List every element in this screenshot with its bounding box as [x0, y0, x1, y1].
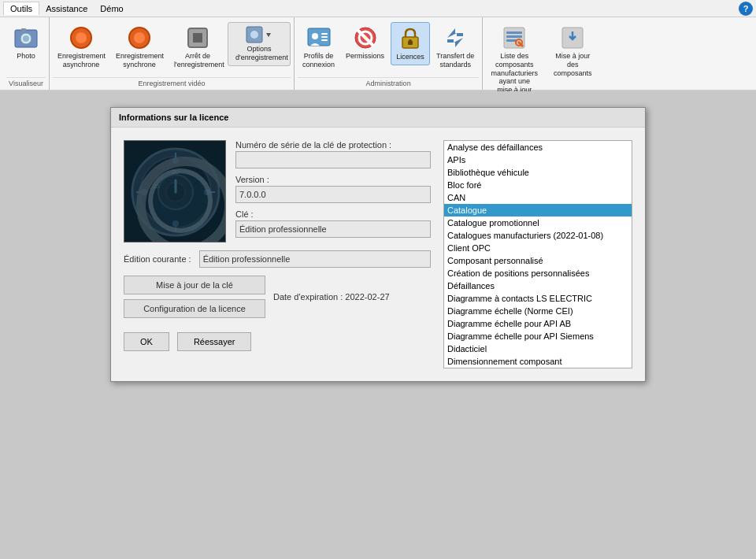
- version-row: Version :: [235, 175, 431, 203]
- config-licence-button[interactable]: Configuration de la licence: [124, 299, 265, 318]
- list-item[interactable]: Bloc foré: [444, 179, 632, 191]
- ribbon-section-visualiseur: Photo Visualiseur: [3, 17, 50, 90]
- svg-point-45: [166, 183, 185, 202]
- svg-point-2: [23, 35, 29, 42]
- svg-point-7: [134, 32, 145, 43]
- list-item[interactable]: Diagramme échelle pour API AB: [444, 317, 632, 330]
- edition-input[interactable]: [199, 250, 431, 268]
- ok-button[interactable]: OK: [124, 332, 169, 351]
- liste-comp-icon: [502, 25, 527, 50]
- list-item[interactable]: Catalogue: [444, 204, 632, 217]
- serial-input[interactable]: [235, 151, 431, 168]
- ribbon-section-maj: Liste des composants manufacturiers ayan…: [483, 17, 753, 90]
- svg-point-37: [172, 220, 179, 227]
- menu-bar: Outils Assistance Démo ?: [0, 0, 756, 17]
- svg-point-44: [158, 175, 193, 209]
- list-panel: Analyse des défaillancesAPIsBibliothèque…: [443, 140, 632, 368]
- licences-icon: [398, 26, 423, 51]
- key-row: Clé :: [235, 209, 431, 238]
- help-icon[interactable]: ?: [739, 2, 753, 16]
- serial-label: Numéro de série de la clé de protection …: [235, 140, 431, 150]
- list-item[interactable]: Diagramme à contacts LS ELECTRIC: [444, 292, 632, 305]
- ribbon-btn-photo[interactable]: Photo: [6, 22, 46, 64]
- enreg-async-icon: [69, 25, 94, 50]
- list-item[interactable]: Diagramme échelle (Norme CEI): [444, 305, 632, 317]
- ribbon-btn-profils[interactable]: Profils deconnexion: [298, 22, 339, 72]
- ribbon-btn-transfert[interactable]: Transfert destandards: [432, 22, 479, 72]
- ribbon-section-enregistrement: Enregistrementasynchrone Enregistrements…: [50, 17, 295, 90]
- list-item[interactable]: Analyse des défaillances: [444, 141, 632, 154]
- svg-text:20: 20: [153, 183, 159, 189]
- svg-rect-3: [21, 28, 26, 31]
- arret-label: Arrêt del'enregistrement: [174, 52, 221, 69]
- expiry-label: Date d'expiration : 2022-02-27: [273, 292, 390, 302]
- ribbon-btn-enreg-sync[interactable]: Enregistrementsynchrone: [111, 22, 168, 72]
- svg-point-11: [250, 31, 258, 39]
- svg-point-38: [141, 189, 147, 195]
- profils-label: Profils deconnexion: [302, 52, 335, 69]
- ribbon-btn-licences[interactable]: Licences: [391, 22, 430, 65]
- profils-icon: [306, 25, 332, 50]
- dialog-title: Informations sur la licence: [111, 108, 645, 128]
- serial-row: Numéro de série de la clé de protection …: [235, 140, 431, 168]
- svg-rect-28: [506, 35, 522, 38]
- enreg-sync-icon: [127, 25, 152, 50]
- transfert-icon: [443, 25, 468, 50]
- list-item[interactable]: Composant personnalisé: [444, 254, 632, 267]
- list-item[interactable]: Bibliothèque véhicule: [444, 166, 632, 179]
- ribbon-btn-enreg-async[interactable]: Enregistrementasynchrone: [53, 22, 109, 72]
- list-item[interactable]: Création de positions personnalisées: [444, 267, 632, 280]
- menu-assistance[interactable]: Assistance: [39, 2, 94, 15]
- list-item[interactable]: Défaillances: [444, 280, 632, 292]
- svg-rect-15: [321, 33, 328, 35]
- enreg-async-label: Enregistrementasynchrone: [57, 52, 105, 69]
- ribbon-btn-maj-comp[interactable]: Mise à jour descomposants: [544, 22, 601, 80]
- edition-row: Édition courante :: [124, 250, 431, 268]
- ribbon-btn-permissions[interactable]: Permissions: [341, 22, 389, 64]
- svg-point-34: [132, 149, 219, 235]
- transfert-label: Transfert destandards: [436, 52, 474, 69]
- version-input[interactable]: [235, 186, 431, 203]
- actions-row: Mise à jour de la clé Configuration de l…: [124, 276, 431, 318]
- dialog-left-panel: 30 20 Numéro de série de la clé de prote…: [124, 140, 431, 368]
- liste-comp-label: Liste des composants manufacturiers ayan…: [491, 52, 538, 94]
- photo-icon: [13, 25, 39, 50]
- features-list[interactable]: Analyse des défaillancesAPIsBibliothèque…: [444, 141, 632, 368]
- ribbon-btn-liste-comp[interactable]: Liste des composants manufacturiers ayan…: [486, 22, 543, 98]
- svg-point-23: [409, 39, 412, 43]
- list-item[interactable]: Catalogue promotionnel: [444, 217, 632, 229]
- licences-label: Licences: [396, 53, 424, 61]
- key-label: Clé :: [235, 209, 431, 219]
- retry-button[interactable]: Réessayer: [177, 332, 252, 351]
- menu-demo[interactable]: Démo: [94, 2, 129, 15]
- list-item[interactable]: Client OPC: [444, 242, 632, 254]
- ribbon-btn-options[interactable]: Options d'enregistrement: [228, 22, 291, 66]
- admin-label: Administration: [298, 77, 479, 90]
- list-item[interactable]: Catalogues manufacturiers (2022-01-08): [444, 229, 632, 242]
- svg-marker-12: [266, 33, 271, 37]
- list-item[interactable]: APIs: [444, 154, 632, 166]
- options-icon: [246, 26, 272, 43]
- maj-comp-icon: [560, 25, 585, 50]
- key-input[interactable]: [235, 220, 431, 238]
- svg-point-36: [172, 157, 179, 164]
- svg-rect-9: [193, 33, 202, 43]
- visualiseur-label: Visualiseur: [6, 77, 46, 90]
- maj-comp-label: Mise à jour descomposants: [549, 52, 596, 77]
- list-item[interactable]: Dimensionnement composant: [444, 355, 632, 368]
- version-label: Version :: [235, 175, 431, 184]
- menu-outils[interactable]: Outils: [3, 2, 39, 15]
- svg-rect-27: [506, 31, 522, 34]
- list-item[interactable]: Diagramme échelle pour API Siemens: [444, 330, 632, 342]
- svg-marker-24: [447, 28, 463, 38]
- enreg-sync-label: Enregistrementsynchrone: [116, 52, 163, 69]
- list-item[interactable]: CAN: [444, 191, 632, 204]
- update-key-button[interactable]: Mise à jour de la clé: [124, 276, 265, 294]
- bottom-buttons: OK Réessayer: [124, 332, 431, 351]
- permissions-icon: [353, 25, 378, 50]
- svg-rect-16: [321, 36, 328, 38]
- license-dialog: Informations sur la licence: [110, 107, 646, 382]
- permissions-label: Permissions: [346, 52, 384, 61]
- ribbon-btn-arret[interactable]: Arrêt del'enregistrement: [169, 22, 226, 72]
- list-item[interactable]: Didacticiel: [444, 342, 632, 355]
